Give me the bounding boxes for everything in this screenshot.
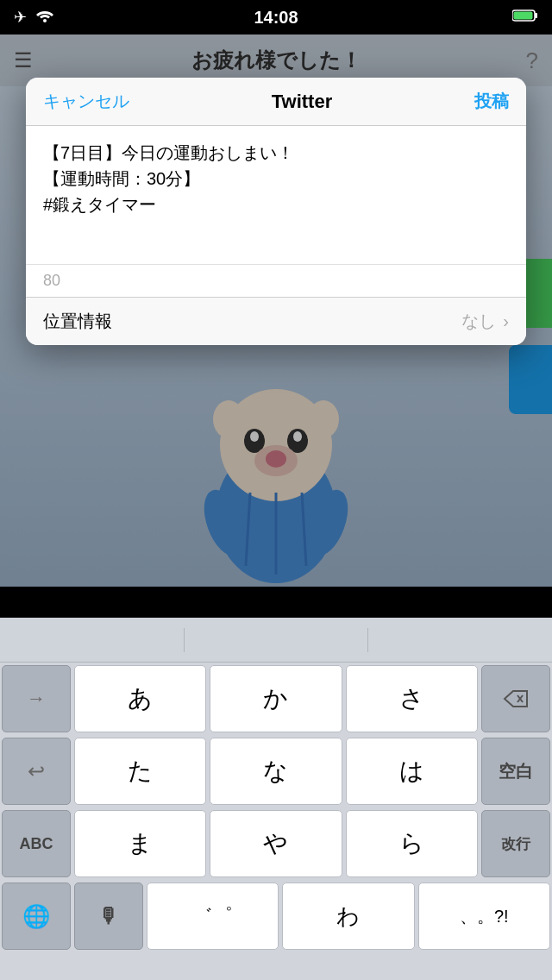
svg-point-0	[43, 19, 47, 22]
key-arrow[interactable]: →	[2, 665, 71, 732]
key-punctuation[interactable]: 、。?!	[418, 883, 550, 950]
predictive-cell-3[interactable]	[368, 628, 552, 652]
key-ya[interactable]: や	[210, 810, 342, 877]
predictive-row	[0, 618, 552, 663]
status-time: 14:08	[254, 8, 298, 28]
airplane-icon: ✈	[14, 8, 27, 27]
key-a[interactable]: あ	[74, 665, 206, 732]
location-value: なし ›	[461, 310, 509, 333]
keyboard-row-1: → あ か さ	[0, 663, 552, 735]
status-bar: ✈ 14:08	[0, 0, 552, 35]
keyboard-row-4: 🌐 🎙 ゛゜ わ 、。?!	[0, 880, 552, 952]
key-ta[interactable]: た	[74, 738, 206, 805]
status-left-icons: ✈	[14, 8, 54, 27]
keyboard-row-2: ↩ た な は 空白	[0, 735, 552, 807]
tweet-text[interactable]: 【7日目】今日の運動おしまい！ 【運動時間：30分】 #鍛えタイマー	[43, 140, 509, 217]
chevron-icon: ›	[503, 311, 509, 331]
key-return[interactable]: 改行	[481, 810, 550, 877]
location-label: 位置情報	[43, 310, 112, 333]
predictive-cell-2[interactable]	[185, 628, 369, 652]
status-right-icons	[512, 9, 538, 26]
keyboard-row-3: ABC ま や ら 改行	[0, 807, 552, 880]
svg-rect-2	[535, 13, 537, 18]
key-mic[interactable]: 🎙	[74, 883, 143, 950]
key-wa[interactable]: わ	[282, 883, 414, 950]
key-globe[interactable]: 🌐	[2, 883, 71, 950]
location-row[interactable]: 位置情報 なし ›	[26, 297, 526, 345]
key-na[interactable]: な	[210, 738, 342, 805]
dialog-header: キャンセル Twitter 投稿	[26, 78, 526, 126]
twitter-dialog: キャンセル Twitter 投稿 【7日目】今日の運動おしまい！ 【運動時間：3…	[26, 78, 526, 345]
key-backspace[interactable]	[481, 665, 550, 732]
key-abc[interactable]: ABC	[2, 810, 71, 877]
key-undo[interactable]: ↩	[2, 738, 71, 805]
dialog-title: Twitter	[272, 91, 332, 113]
key-ha[interactable]: は	[346, 738, 478, 805]
key-dakuten[interactable]: ゛゜	[147, 883, 279, 950]
cancel-button[interactable]: キャンセル	[43, 90, 129, 113]
post-button[interactable]: 投稿	[474, 90, 509, 113]
svg-rect-3	[514, 12, 533, 20]
key-space[interactable]: 空白	[481, 738, 550, 805]
key-ka[interactable]: か	[210, 665, 342, 732]
battery-icon	[512, 9, 538, 26]
char-count-area: 80	[26, 264, 526, 297]
predictive-cell-1[interactable]	[0, 628, 185, 652]
tweet-body[interactable]: 【7日目】今日の運動おしまい！ 【運動時間：30分】 #鍛えタイマー	[26, 126, 526, 264]
wifi-icon	[35, 9, 54, 26]
key-sa[interactable]: さ	[346, 665, 478, 732]
key-ma[interactable]: ま	[74, 810, 206, 877]
key-ra[interactable]: ら	[346, 810, 478, 877]
keyboard: → あ か さ ↩ た な は 空白 ABC ま や ら 改行 🌐 🎙 ゛゜ わ…	[0, 618, 552, 980]
char-count: 80	[43, 272, 60, 289]
app-background: ☰ お疲れ様でした！ ?	[0, 35, 552, 587]
